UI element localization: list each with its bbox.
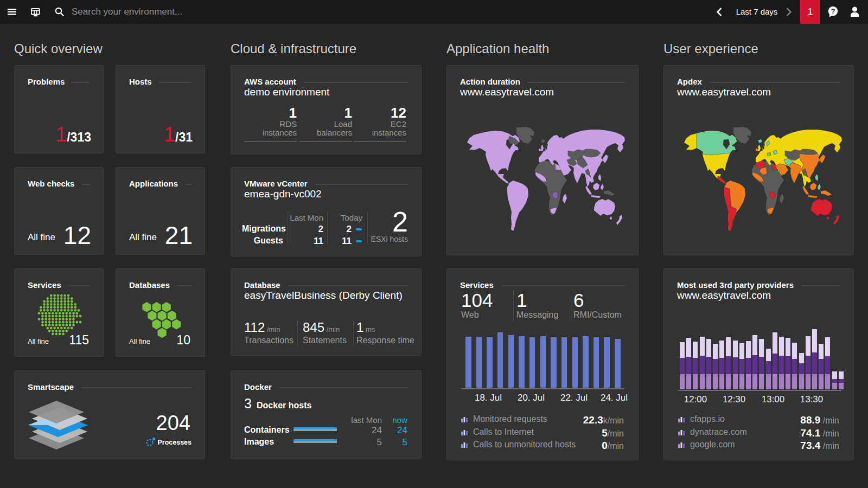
svg-text:?: ? <box>831 8 835 15</box>
